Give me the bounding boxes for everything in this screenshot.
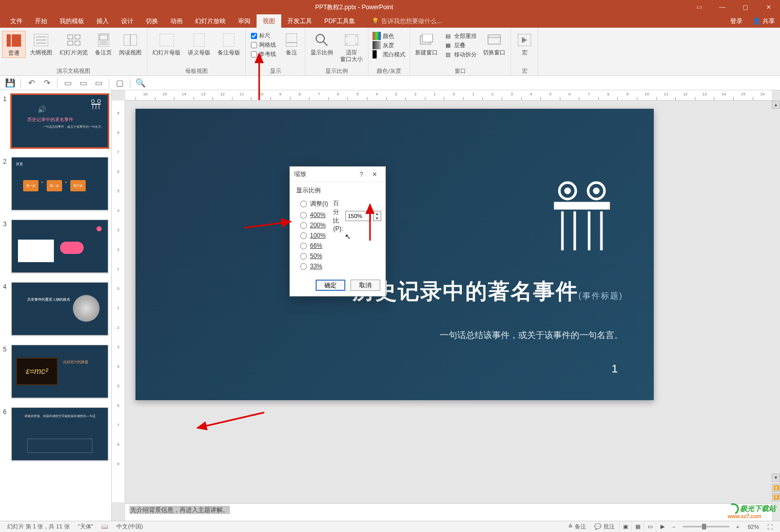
tab-slideshow[interactable]: 幻灯片放映 <box>189 14 232 28</box>
zoom-in-icon[interactable]: + <box>732 524 744 530</box>
undo-icon[interactable]: ↶ <box>24 77 38 89</box>
slide-counter[interactable]: 幻灯片 第 1 张，共 11 张 <box>3 523 74 530</box>
bw-button[interactable]: 黑白模式 <box>373 50 405 58</box>
tell-me-search[interactable]: 💡告诉我您想要做什么... <box>372 17 442 26</box>
move-split-button[interactable]: ▥移动拆分 <box>444 50 477 58</box>
handout-master-button[interactable]: 讲义母版 <box>185 31 213 57</box>
macros-button[interactable]: 宏 <box>513 31 536 57</box>
guides-checkbox[interactable]: 参考线 <box>251 50 276 58</box>
thumbnail-4[interactable]: 4 历史事件的重要人物的姓名 <box>0 280 111 343</box>
spellcheck-icon[interactable]: 📖 <box>97 523 112 530</box>
thumbnail-1[interactable]: 1 🔊 历史记录中的著名事件 一句话总结事件，或关于该事件的一句名言。 <box>0 92 111 155</box>
slide-thumbnails-panel[interactable]: 1 🔊 历史记录中的著名事件 一句话总结事件，或关于该事件的一句名言。 2 历史… <box>0 90 112 521</box>
zoom-66-radio[interactable]: 66% <box>296 241 328 251</box>
color-button[interactable]: 颜色 <box>373 32 405 40</box>
zoom-200-radio[interactable]: 200% <box>296 220 328 230</box>
share-button[interactable]: 👤共享 <box>748 17 780 26</box>
zoom-100-radio[interactable]: 100% <box>296 230 328 241</box>
scroll-up-icon[interactable]: ▲ <box>772 101 780 109</box>
prev-slide-icon[interactable]: ⏫ <box>772 484 780 492</box>
minimize-icon[interactable]: — <box>711 0 734 14</box>
qat-icon-3[interactable]: ▭ <box>91 77 106 89</box>
reading-view-button[interactable]: 阅读视图 <box>116 31 145 57</box>
find-icon[interactable]: 🔍 <box>133 77 148 89</box>
zoom-out-icon[interactable]: − <box>668 524 679 530</box>
ribbon-display-options-icon[interactable]: ▭ <box>688 4 711 11</box>
cancel-button[interactable]: 取消 <box>350 280 380 291</box>
sorter-view-icon[interactable]: ▦ <box>631 522 644 531</box>
horizontal-ruler[interactable] <box>125 90 772 101</box>
tab-insert[interactable]: 插入 <box>90 14 115 28</box>
zoom-button[interactable]: 显示比例 <box>307 31 336 57</box>
scroll-down-icon[interactable]: ▼ <box>772 474 780 482</box>
zoom-50-radio[interactable]: 50% <box>296 251 328 261</box>
tab-home[interactable]: 开始 <box>29 14 53 28</box>
tab-transition[interactable]: 切换 <box>140 14 164 28</box>
next-slide-icon[interactable]: ⏬ <box>772 493 780 501</box>
redo-icon[interactable]: ↷ <box>40 77 54 89</box>
new-window-button[interactable]: 新建窗口 <box>412 31 441 57</box>
tab-view[interactable]: 视图 <box>257 14 281 28</box>
percent-input[interactable] <box>345 211 371 221</box>
spin-up-icon[interactable]: ▲ <box>374 211 381 216</box>
qat-icon-1[interactable]: ▭ <box>61 77 75 89</box>
tab-animation[interactable]: 动画 <box>164 14 189 28</box>
thumbnail-5[interactable]: 5 ε=mc² 此处照片的标题 <box>0 343 111 405</box>
dialog-help-icon[interactable]: ? <box>355 171 368 178</box>
tab-template[interactable]: 我的模板 <box>53 14 90 28</box>
restore-icon[interactable]: ▢ <box>734 0 757 14</box>
comments-toggle[interactable]: 💬 批注 <box>590 523 619 530</box>
arrange-all-button[interactable]: ▤全部重排 <box>444 32 477 40</box>
tab-devtools[interactable]: 开发工具 <box>281 14 318 28</box>
gridlines-checkbox[interactable]: 网格线 <box>251 41 276 49</box>
tab-pdftools[interactable]: PDF工具集 <box>318 14 361 28</box>
thumbnail-6[interactable]: 6 研修的经验、收获和感悟文字或收获和感悟的—句话 <box>0 405 111 468</box>
tab-file[interactable]: 文件 <box>4 14 29 28</box>
spin-down-icon[interactable]: ▼ <box>374 216 381 221</box>
tab-review[interactable]: 审阅 <box>232 14 257 28</box>
outline-view-button[interactable]: 大纲视图 <box>27 31 55 57</box>
fit-window-button[interactable]: 适应 窗口大小 <box>337 31 366 64</box>
slide-page-number: 1 <box>612 362 618 376</box>
fit-window-icon <box>343 32 360 48</box>
reading-view-icon[interactable]: ▭ <box>644 522 656 531</box>
zoom-400-radio[interactable]: 400% <box>296 210 328 220</box>
group-master-views: 母板视图 <box>149 67 243 75</box>
normal-view-icon[interactable]: ▣ <box>619 522 631 531</box>
notes-page-button[interactable]: 备注页 <box>92 31 115 57</box>
ruler-checkbox[interactable]: 标尺 <box>251 32 276 40</box>
login-button[interactable]: 登录 <box>725 17 748 26</box>
slide-title: 历史记录中的著名事件(事件标题) <box>353 277 623 306</box>
switch-window-button[interactable]: 切换窗口 <box>480 31 509 57</box>
vertical-ruler[interactable]: 9876543210123456789 <box>112 101 125 502</box>
ok-button[interactable]: 确定 <box>316 280 345 291</box>
zoom-slider[interactable] <box>683 526 729 527</box>
cascade-button[interactable]: ▦层叠 <box>444 41 477 49</box>
thumbnail-3[interactable]: 3 <box>0 218 111 280</box>
qat-icon-2[interactable]: ▭ <box>76 77 90 89</box>
thumbnail-2[interactable]: 2 历史 第一步 ▸ 第二步 ▸ 第三步 <box>0 155 111 218</box>
notes-toggle[interactable]: ≜ 备注 <box>564 523 590 530</box>
dialog-close-icon[interactable]: ✕ <box>368 171 381 178</box>
tab-design[interactable]: 设计 <box>115 14 140 28</box>
save-icon[interactable]: 💾 <box>3 77 17 89</box>
slide-canvas[interactable]: 历史记录中的著名事件(事件标题) 一句话总结该事件，或关于该事件的一句名言。 1 <box>135 109 654 400</box>
notes-pane[interactable]: 先介绍背景信息，再进入主题讲解。 <box>125 503 772 521</box>
zoom-percent[interactable]: 92% <box>744 524 763 530</box>
slide-master-button[interactable]: 幻灯片母版 <box>149 31 184 57</box>
qat-icon-4[interactable]: ▢ <box>112 77 127 89</box>
zoom-33-radio[interactable]: 33% <box>296 261 328 271</box>
percent-spinner[interactable]: ▲▼ <box>373 211 381 221</box>
grayscale-button[interactable]: 灰度 <box>373 41 405 49</box>
language-indicator[interactable]: 中文(中国) <box>112 523 147 530</box>
normal-view-button[interactable]: 普通 <box>2 31 26 58</box>
notes-master-button[interactable]: 备注母版 <box>215 31 243 57</box>
zoom-fit-radio[interactable]: 调整(I) <box>296 198 328 210</box>
group-window: 窗口 <box>412 67 509 75</box>
close-icon[interactable]: ✕ <box>757 0 780 14</box>
audio-icon: 🔊 <box>37 105 46 113</box>
notes-pane-button[interactable]: 备注 <box>280 31 303 57</box>
sorter-view-button[interactable]: 幻灯片浏览 <box>56 31 91 57</box>
fit-to-window-icon[interactable]: ⛶ <box>763 524 777 530</box>
slideshow-view-icon[interactable]: ▶ <box>656 522 668 531</box>
